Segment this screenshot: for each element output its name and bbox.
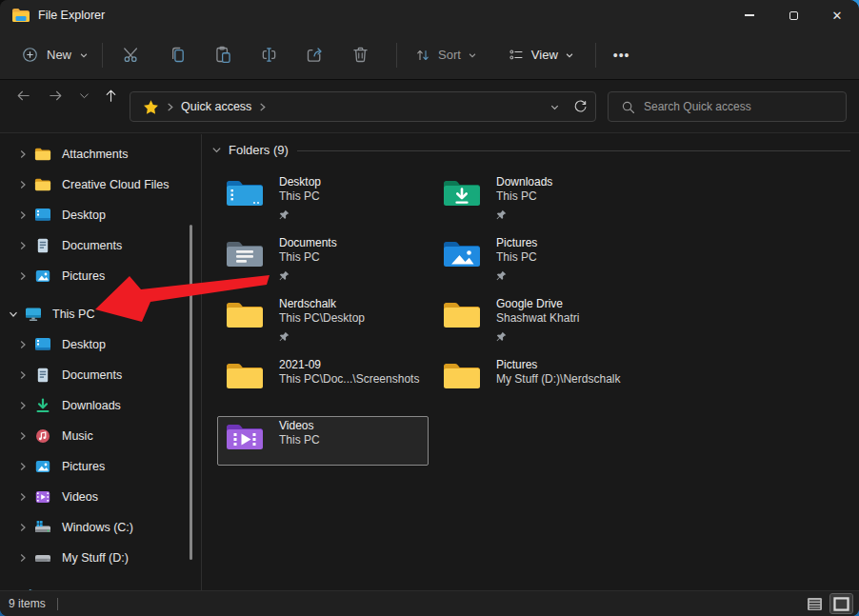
folder-tile-desktop[interactable]: DesktopThis PC [217,172,429,222]
paste-button[interactable] [200,38,246,72]
cut-button[interactable] [109,38,154,72]
sidebar-item-desktop[interactable]: Desktop [0,329,200,360]
sidebar-item-network[interactable]: Network [0,581,200,590]
sidebar-item-documents[interactable]: Documents [0,230,200,261]
folder-tile-2021-09[interactable]: 2021-09This PC\Doc...\Screenshots [217,355,429,405]
rename-button[interactable] [246,38,291,72]
chevron-right-icon[interactable] [18,271,32,281]
pin-icon [496,207,507,217]
chevron-right-icon[interactable] [18,462,32,471]
close-button[interactable]: ✕ [815,0,859,30]
sort-button-label: Sort [438,48,461,62]
search-box[interactable] [608,91,847,122]
chevron-right-icon[interactable] [18,340,32,349]
folder-app-icon [11,8,30,23]
see-more-button[interactable]: ••• [602,44,642,67]
sidebar-item-documents[interactable]: Documents [0,360,200,390]
sidebar-item-windows-c[interactable]: Windows (C:) [0,512,200,543]
breadcrumb-chevron[interactable] [258,102,267,112]
tile-path: This PC [496,189,552,204]
document-icon [34,238,53,253]
sidebar-item-downloads[interactable]: Downloads [0,390,200,421]
chevron-down-icon[interactable] [9,309,23,319]
folder-tile-videos[interactable]: VideosThis PC [217,416,429,466]
tile-name: 2021-09 [279,358,419,372]
new-button[interactable]: New [13,40,96,70]
tile-path: This PC\Doc...\Screenshots [279,372,419,387]
chevron-down-icon [468,50,477,60]
up-button[interactable] [95,80,126,110]
chevron-right-icon[interactable] [18,523,32,532]
chevron-right-icon[interactable] [18,553,32,563]
folder-tile-documents[interactable]: DocumentsThis PC [217,233,429,283]
large-icons-view-button[interactable] [830,594,852,613]
sort-arrows-icon [414,47,431,64]
minimize-button[interactable] [728,0,771,30]
paste-icon [213,45,233,65]
sidebar-item-videos[interactable]: Videos [0,482,200,512]
tile-name: Documents [279,236,337,250]
tile-path: This PC [496,250,537,265]
chevron-right-icon[interactable] [18,210,32,220]
chevron-right-icon[interactable] [18,431,32,441]
folder-tiles: DesktopThis PCDownloadsThis PCDocumentsT… [217,172,651,466]
search-input[interactable] [644,100,846,113]
sidebar-item-creative-cloud-files[interactable]: Creative Cloud Files [0,169,200,200]
folder-tile-pictures[interactable]: PicturesMy Stuff (D:)\Nerdschalk [434,355,646,405]
back-button[interactable] [8,80,38,110]
sort-button[interactable]: Sort [405,41,487,70]
chevron-right-icon[interactable] [18,241,32,250]
sidebar: AttachmentsCreative Cloud FilesDesktopDo… [0,134,200,590]
music-icon [34,428,53,444]
new-button-label: New [47,48,71,62]
chevron-down-icon [211,145,222,155]
view-button-label: View [531,48,558,62]
details-view-button[interactable] [804,594,826,613]
chevron-right-icon[interactable] [18,180,32,189]
sidebar-scrollbar[interactable] [190,225,192,560]
sidebar-item-desktop[interactable]: Desktop [0,200,200,230]
breadcrumb-location[interactable]: Quick access [181,100,251,113]
folder-tile-nerdschalk[interactable]: NerdschalkThis PC\Desktop [217,294,429,344]
folder-tile-pictures[interactable]: PicturesThis PC [434,233,646,283]
sidebar-item-music[interactable]: Music [0,421,200,451]
sidebar-item-pictures[interactable]: Pictures [0,451,200,482]
trash-icon [350,45,370,65]
sidebar-item-pictures[interactable]: Pictures [0,261,200,291]
chevron-right-icon[interactable] [18,149,32,159]
folder-documents-icon [226,239,264,269]
sidebar-item-label: Pictures [62,269,105,283]
forward-button[interactable] [40,80,70,110]
sidebar-item-attachments[interactable]: Attachments [0,139,200,169]
delete-button[interactable] [337,38,383,72]
large-icons-view-icon [833,597,849,611]
chevron-down-icon [549,102,560,112]
search-icon [621,100,635,114]
chevron-right-icon[interactable] [18,401,32,410]
view-button[interactable]: View [498,41,584,70]
sidebar-item-this-pc[interactable]: This PC [0,299,200,329]
sidebar-item-label: This PC [52,308,94,321]
tile-name: Pictures [496,236,537,250]
maximize-button[interactable] [771,0,815,30]
titlebar[interactable]: File Explorer ✕ [0,0,859,30]
details-view-icon [807,597,823,611]
folders-group-header[interactable]: Folders (9) [211,143,289,157]
folder-plain-icon [226,300,264,330]
chevron-right-icon[interactable] [18,370,32,380]
breadcrumb-chevron[interactable] [166,102,174,112]
tile-name: Pictures [496,358,620,372]
star-icon [143,99,159,115]
view-list-icon [508,47,525,64]
folder-tile-google-drive[interactable]: Google DriveShashwat Khatri [434,294,646,344]
sidebar-item-my-stuff-d[interactable]: My Stuff (D:) [0,543,200,573]
address-dropdown-button[interactable] [549,102,560,112]
arrow-up-icon [103,88,119,104]
folder-tile-downloads[interactable]: DownloadsThis PC [434,172,646,222]
refresh-icon [573,100,588,114]
copy-button[interactable] [154,38,200,72]
refresh-button[interactable] [573,100,588,114]
address-bar[interactable]: Quick access [130,91,596,122]
share-button[interactable] [291,38,337,72]
chevron-right-icon[interactable] [18,492,32,502]
